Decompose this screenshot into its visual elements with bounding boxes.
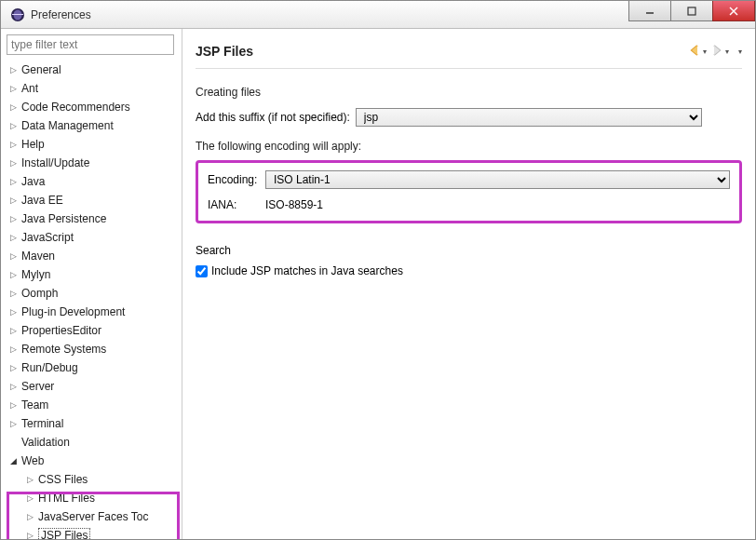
tree-item-jsf-toc[interactable]: ▷JavaServer Faces Toc — [7, 507, 178, 526]
tree-item-terminal[interactable]: ▷Terminal — [7, 414, 178, 433]
expand-icon: ▷ — [27, 493, 36, 503]
preferences-tree: ▷General ▷Ant ▷Code Recommenders ▷Data M… — [7, 61, 178, 540]
expand-icon: ▷ — [10, 419, 20, 428]
encoding-note: The following encoding will apply: — [196, 140, 742, 153]
tree-item-install-update[interactable]: ▷Install/Update — [7, 154, 178, 172]
search-group-label: Search — [196, 244, 742, 257]
expand-icon: ▷ — [10, 121, 20, 130]
expand-icon: ▷ — [10, 196, 20, 205]
tree-item-validation[interactable]: Validation — [7, 433, 178, 452]
maximize-button[interactable] — [670, 1, 713, 21]
tree-item-code-recommenders[interactable]: ▷Code Recommenders — [7, 98, 178, 116]
expand-icon: ▷ — [10, 102, 20, 112]
nav-back-button[interactable] — [688, 44, 701, 60]
tree-item-javascript[interactable]: ▷JavaScript — [7, 228, 178, 247]
tree-item-java-persistence[interactable]: ▷Java Persistence — [7, 209, 178, 228]
expand-icon: ▷ — [27, 531, 36, 540]
tree-item-java-ee[interactable]: ▷Java EE — [7, 191, 178, 209]
svg-rect-2 — [12, 14, 23, 15]
expand-icon: ▷ — [10, 84, 20, 93]
expand-icon: ▷ — [10, 363, 20, 372]
expand-icon: ▷ — [10, 158, 20, 168]
iana-value: ISO-8859-1 — [265, 198, 323, 211]
page-title: JSP Files — [196, 44, 253, 59]
expand-icon: ▷ — [10, 382, 20, 391]
expand-icon: ▷ — [10, 177, 20, 186]
expand-icon: ▷ — [10, 65, 20, 74]
expand-icon: ▷ — [10, 400, 20, 410]
tree-item-maven[interactable]: ▷Maven — [7, 247, 178, 265]
creating-files-label: Creating files — [196, 86, 742, 99]
window-controls — [628, 1, 755, 21]
iana-label: IANA: — [208, 198, 265, 211]
encoding-select[interactable]: ISO Latin-1 — [265, 170, 730, 189]
suffix-select[interactable]: jsp — [356, 108, 702, 127]
tree-item-mylyn[interactable]: ▷Mylyn — [7, 265, 178, 284]
chevron-down-icon[interactable]: ▾ — [725, 47, 729, 56]
tree-item-team[interactable]: ▷Team — [7, 396, 178, 414]
expand-icon: ▷ — [10, 289, 20, 298]
collapse-icon: ◢ — [10, 456, 20, 466]
preferences-main-panel: JSP Files ▾ ▾ ▾ Creating files Add this … — [182, 29, 755, 540]
expand-icon: ▷ — [10, 270, 20, 279]
tree-item-ant[interactable]: ▷Ant — [7, 79, 178, 98]
encoding-label: Encoding: — [208, 173, 265, 186]
nav-toolbar: ▾ ▾ ▾ — [688, 44, 742, 60]
tree-item-plugin-dev[interactable]: ▷Plug-in Development — [7, 303, 178, 321]
close-button[interactable] — [712, 1, 755, 21]
tree-item-html-files[interactable]: ▷HTML Files — [7, 489, 178, 507]
svg-rect-4 — [688, 7, 695, 15]
window-title: Preferences — [31, 8, 91, 21]
tree-item-web[interactable]: ◢Web — [7, 452, 178, 470]
tree-item-oomph[interactable]: ▷Oomph — [7, 284, 178, 303]
tree-item-jsp-files[interactable]: ▷JSP Files — [7, 526, 178, 540]
tree-item-remote-systems[interactable]: ▷Remote Systems — [7, 340, 178, 358]
expand-icon: ▷ — [27, 512, 36, 521]
expand-icon: ▷ — [10, 251, 20, 261]
expand-icon: ▷ — [10, 344, 20, 354]
eclipse-icon — [10, 7, 25, 22]
preferences-sidebar: ▷General ▷Ant ▷Code Recommenders ▷Data M… — [1, 29, 182, 540]
menu-dropdown-icon[interactable]: ▾ — [738, 47, 742, 56]
title-bar: Preferences — [1, 1, 755, 29]
divider — [196, 68, 742, 69]
encoding-group-highlight: Encoding: ISO Latin-1 IANA: ISO-8859-1 — [196, 160, 742, 223]
tree-item-properties-editor[interactable]: ▷PropertiesEditor — [7, 321, 178, 340]
include-jsp-label: Include JSP matches in Java searches — [211, 264, 403, 277]
tree-item-server[interactable]: ▷Server — [7, 377, 178, 396]
expand-icon: ▷ — [10, 140, 20, 149]
chevron-down-icon[interactable]: ▾ — [703, 47, 707, 56]
expand-icon: ▷ — [10, 214, 20, 223]
tree-item-help[interactable]: ▷Help — [7, 135, 178, 154]
expand-icon: ▷ — [10, 233, 20, 242]
tree-item-css-files[interactable]: ▷CSS Files — [7, 470, 178, 489]
tree-item-java[interactable]: ▷Java — [7, 172, 178, 191]
minimize-button[interactable] — [628, 1, 671, 21]
expand-icon: ▷ — [10, 326, 20, 335]
suffix-label: Add this suffix (if not specified): — [196, 111, 350, 124]
expand-icon: ▷ — [27, 475, 36, 484]
tree-item-run-debug[interactable]: ▷Run/Debug — [7, 358, 178, 377]
expand-icon: ▷ — [10, 307, 20, 317]
include-jsp-checkbox[interactable] — [196, 265, 208, 277]
tree-item-data-management[interactable]: ▷Data Management — [7, 116, 178, 135]
nav-forward-button[interactable] — [710, 44, 723, 60]
tree-item-general[interactable]: ▷General — [7, 61, 178, 79]
filter-input[interactable] — [7, 34, 174, 55]
